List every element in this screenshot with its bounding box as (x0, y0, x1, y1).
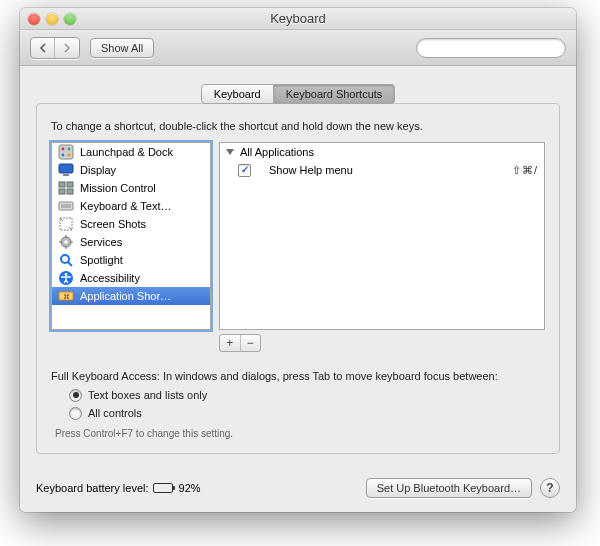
full-keyboard-access: Full Keyboard Access: In windows and dia… (51, 370, 545, 439)
svg-point-18 (64, 240, 68, 244)
keyboard-text-icon (58, 198, 74, 214)
battery-percent: 92% (179, 482, 201, 494)
radio-icon (69, 407, 82, 420)
help-button[interactable]: ? (540, 478, 560, 498)
launchpad-icon (58, 144, 74, 160)
svg-rect-13 (59, 202, 73, 210)
category-label: Spotlight (80, 254, 123, 266)
mission-control-icon (58, 180, 74, 196)
services-icon (58, 234, 74, 250)
titlebar: Keyboard (20, 8, 576, 30)
category-label: Screen Shots (80, 218, 146, 230)
fka-option-label: All controls (88, 407, 142, 419)
shortcut-group-row[interactable]: All Applications (220, 143, 544, 161)
back-button[interactable] (31, 38, 55, 58)
category-label: Application Shor… (80, 290, 171, 302)
fka-option-text-only[interactable]: Text boxes and lists only (69, 386, 545, 404)
svg-point-19 (61, 255, 69, 263)
shortcut-group-label: All Applications (240, 146, 314, 158)
remove-shortcut-button[interactable]: − (241, 335, 261, 351)
category-row[interactable]: Launchpad & Dock (52, 143, 210, 161)
add-remove-segmented: + − (219, 334, 261, 352)
lists-container: Launchpad & DockDisplayMission ControlKe… (51, 142, 545, 330)
fka-intro: Full Keyboard Access: In windows and dia… (51, 370, 545, 382)
toolbar: Show All (20, 30, 576, 66)
category-label: Display (80, 164, 116, 176)
svg-rect-11 (59, 189, 65, 194)
search-field[interactable] (416, 38, 566, 58)
chevron-left-icon (39, 43, 47, 53)
category-label: Keyboard & Text… (80, 200, 172, 212)
svg-rect-10 (67, 182, 73, 187)
disclosure-triangle-icon[interactable] (226, 149, 234, 155)
svg-point-3 (62, 148, 65, 151)
tab-bar: Keyboard Keyboard Shortcuts (36, 84, 560, 104)
category-label: Mission Control (80, 182, 156, 194)
svg-point-22 (65, 273, 68, 276)
shortcut-label: Show Help menu (269, 164, 353, 176)
accessibility-icon (58, 270, 74, 286)
category-label: Services (80, 236, 122, 248)
svg-rect-8 (63, 174, 69, 176)
shortcut-row[interactable]: Show Help menu ⇧⌘/ (220, 161, 544, 179)
svg-point-5 (62, 154, 65, 157)
category-row[interactable]: Spotlight (52, 251, 210, 269)
fka-option-all[interactable]: All controls (69, 404, 545, 422)
category-list[interactable]: Launchpad & DockDisplayMission ControlKe… (51, 142, 211, 330)
category-row[interactable]: Accessibility (52, 269, 210, 287)
fka-option-label: Text boxes and lists only (88, 389, 207, 401)
tab-keyboard[interactable]: Keyboard (201, 84, 274, 104)
shortcut-enabled-checkbox[interactable] (238, 164, 251, 177)
nav-back-forward (30, 37, 80, 59)
svg-rect-9 (59, 182, 65, 187)
svg-line-20 (68, 262, 72, 266)
preferences-window: Keyboard Show All Keyboard Keyboard Shor… (20, 8, 576, 512)
svg-rect-7 (59, 164, 73, 173)
battery-icon (153, 483, 173, 493)
spotlight-icon (58, 252, 74, 268)
category-row[interactable]: Mission Control (52, 179, 210, 197)
fka-hint: Press Control+F7 to change this setting. (55, 428, 545, 439)
screenshots-icon (58, 216, 74, 232)
add-shortcut-button[interactable]: + (220, 335, 241, 351)
svg-rect-2 (59, 145, 73, 159)
shortcut-keys[interactable]: ⇧⌘/ (512, 164, 538, 177)
content-area: Keyboard Keyboard Shortcuts To change a … (20, 66, 576, 512)
window-title: Keyboard (20, 11, 576, 26)
battery-label: Keyboard battery level: (36, 482, 149, 494)
category-row[interactable]: Screen Shots (52, 215, 210, 233)
chevron-right-icon (63, 43, 71, 53)
tab-keyboard-shortcuts[interactable]: Keyboard Shortcuts (274, 84, 396, 104)
category-row[interactable]: Keyboard & Text… (52, 197, 210, 215)
bluetooth-keyboard-button[interactable]: Set Up Bluetooth Keyboard… (366, 478, 532, 498)
footer: Keyboard battery level: 92% Set Up Bluet… (36, 478, 560, 498)
show-all-button[interactable]: Show All (90, 38, 154, 58)
category-row[interactable]: ⌘Application Shor… (52, 287, 210, 305)
svg-point-4 (68, 148, 71, 151)
search-input[interactable] (427, 42, 565, 54)
category-label: Launchpad & Dock (80, 146, 173, 158)
app-shortcuts-icon: ⌘ (58, 288, 74, 304)
forward-button[interactable] (55, 38, 79, 58)
svg-rect-12 (67, 189, 73, 194)
radio-icon (69, 389, 82, 402)
shortcut-list[interactable]: All Applications Show Help menu ⇧⌘/ (219, 142, 545, 330)
category-label: Accessibility (80, 272, 140, 284)
display-icon (58, 162, 74, 178)
category-row[interactable]: Services (52, 233, 210, 251)
shortcuts-pane: To change a shortcut, double-click the s… (36, 103, 560, 454)
instruction-text: To change a shortcut, double-click the s… (51, 120, 545, 132)
svg-text:⌘: ⌘ (63, 293, 70, 300)
category-row[interactable]: Display (52, 161, 210, 179)
svg-point-6 (68, 154, 71, 157)
